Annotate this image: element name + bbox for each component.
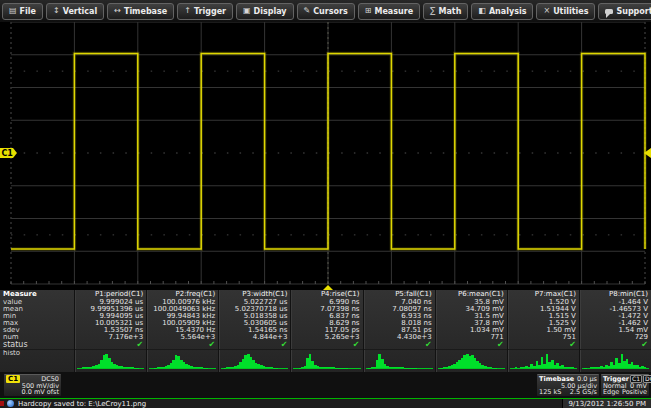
measure-column-p4: P4:rise(C1)6.990 ns7.07398 ns6.837 ns8.6… (290, 290, 362, 372)
menu-cursors-button[interactable]: ✎Cursors (297, 3, 355, 20)
measure-max: 37.8 mV (436, 320, 507, 327)
measure-column-p7: P7:max(C1)1.520 V1.51944 V1.515 V1.525 V… (507, 290, 579, 372)
measure-value: 5.022727 us (219, 299, 290, 306)
menu-display-button[interactable]: ▣Display (236, 3, 294, 20)
row-label-status: status (0, 341, 74, 349)
menu-label: Vertical (63, 7, 98, 16)
menu-label: Analysis (489, 7, 527, 16)
measure-histogram (364, 349, 435, 372)
measure-num: 5.265e+3 (291, 334, 362, 341)
measure-histogram (508, 349, 579, 372)
measure-histogram (436, 349, 507, 372)
menu-label: Math (438, 7, 461, 16)
oscilloscope-app: ▤File↕Vertical↔Timebase↑Trigger▣Display✎… (0, 0, 651, 408)
status-check-icon: ✔ (364, 341, 435, 349)
measure-value: 6.990 ns (291, 299, 362, 306)
menu-label: Utilities (553, 7, 588, 16)
channel-badge: C1 (6, 375, 20, 383)
measure-value: -1.464 V (580, 299, 651, 306)
measure-header: P2:freq(C1) (147, 290, 218, 299)
menu-math-button[interactable]: ∑Math (423, 3, 468, 20)
measure-icon: ⊞ (365, 7, 372, 15)
measure-max: 8.629 ns (291, 320, 362, 327)
menu-label: Trigger (194, 7, 226, 16)
measure-sdev: 117.05 ps (291, 327, 362, 334)
measure-sdev: 1.54 mV (580, 327, 651, 334)
utilities-icon: × (543, 7, 550, 15)
menu-label: Measure (374, 7, 413, 16)
measure-max: 100.05909 kHz (147, 320, 218, 327)
menu-bar: ▤File↕Vertical↔Timebase↑Trigger▣Display✎… (0, 0, 651, 22)
row-label-max: max (0, 320, 74, 327)
file-icon: ▤ (9, 7, 17, 15)
display-icon: ▣ (243, 7, 251, 15)
measure-histogram (147, 349, 218, 372)
timebase-descriptor[interactable]: Timebase 0.0 µs 5.00 µs/div 125 kS 2.5 G… (537, 374, 599, 396)
trigger-icon: ↑ (184, 7, 191, 15)
menu-trigger-button[interactable]: ↑Trigger (177, 3, 233, 20)
measure-num: 7.176e+3 (75, 334, 146, 341)
row-label-min: min (0, 313, 74, 320)
status-check-icon: ✔ (436, 341, 507, 349)
trigger-slope: Positive (622, 389, 647, 396)
measure-value: 100.00976 kHz (147, 299, 218, 306)
menu-measure-button[interactable]: ⊞Measure (358, 3, 420, 20)
analysis-icon: ◧ (478, 7, 486, 15)
measure-header: P4:rise(C1) (291, 290, 362, 299)
measure-histogram (75, 349, 146, 372)
measure-num: 4.430e+3 (364, 334, 435, 341)
measure-mean: 1.51944 V (508, 306, 579, 313)
trigger-descriptor[interactable]: Trigger C1 DC Normal 0 mV Edge Positive (601, 374, 649, 396)
measure-sdev: 15.4370 Hz (147, 327, 218, 334)
menu-timebase-button[interactable]: ↔Timebase (107, 3, 174, 20)
measure-min: 9.994095 us (75, 313, 146, 320)
menu-vertical-button[interactable]: ↕Vertical (46, 3, 104, 20)
measure-header: P8:min(C1) (580, 290, 651, 299)
measure-num: 4.844e+3 (219, 334, 290, 341)
info-icon (7, 400, 14, 407)
measure-header: P6:mean(C1) (436, 290, 507, 299)
measure-max: -1.462 V (580, 320, 651, 327)
measure-value: 9.999024 us (75, 299, 146, 306)
measure-header: P3:width(C1) (219, 290, 290, 299)
channel-c1-descriptor[interactable]: C1 DC50 500 mV/div 0.0 mV ofst (4, 374, 61, 396)
measure-header: P7:max(C1) (508, 290, 579, 299)
measure-num: 771 (436, 334, 507, 341)
cursors-icon: ✎ (304, 7, 311, 15)
status-check-icon: ✔ (219, 341, 290, 349)
measure-min: 5.018358 us (219, 313, 290, 320)
measure-header: P1:period(C1) (75, 290, 146, 299)
status-check-icon: ✔ (75, 341, 146, 349)
measure-num: 729 (580, 334, 651, 341)
measure-max: 5.030605 us (219, 320, 290, 327)
timebase-icon: ↔ (114, 7, 121, 15)
measure-column-p2: P2:freq(C1)100.00976 kHz100.0049063 kHz9… (146, 290, 218, 372)
measure-mean: 34.709 mV (436, 306, 507, 313)
trigger-type: Edge (603, 389, 619, 396)
menu-file-button[interactable]: ▤File (2, 3, 43, 20)
measure-row-labels: Measurevaluemeanminmaxsdevnumstatushisto (0, 290, 74, 372)
measure-histogram (291, 349, 362, 372)
measure-histogram (219, 349, 290, 372)
menu-analysis-button[interactable]: ◧Analysis (471, 3, 533, 20)
row-label-value: value (0, 299, 74, 306)
measure-sdev: 1.54165 ns (219, 327, 290, 334)
menu-label: Display (254, 7, 287, 16)
measure-mean: 100.0049063 kHz (147, 306, 218, 313)
menu-support-button[interactable]: Support (598, 3, 651, 20)
record-indicator-icon (0, 401, 4, 406)
measure-min: 99.94843 kHz (147, 313, 218, 320)
menu-utilities-button[interactable]: ×Utilities (536, 3, 595, 20)
measure-min: 31.5 mV (436, 313, 507, 320)
row-label-histo: histo (0, 349, 74, 372)
waveform-grid: C1 (0, 22, 651, 290)
vertical-icon: ↕ (53, 7, 60, 15)
scope-display[interactable]: C1 (0, 22, 651, 290)
measure-table: Measurevaluemeanminmaxsdevnumstatushisto… (0, 290, 651, 372)
row-label-num: num (0, 334, 74, 341)
measure-column-p5: P5:fall(C1)7.040 ns7.08097 ns6.933 ns8.0… (363, 290, 435, 372)
measure-column-p3: P3:width(C1)5.022727 us5.02370718 us5.01… (218, 290, 290, 372)
measure-mean: 9.99951396 us (75, 306, 146, 313)
status-check-icon: ✔ (580, 341, 651, 349)
status-check-icon: ✔ (147, 341, 218, 349)
